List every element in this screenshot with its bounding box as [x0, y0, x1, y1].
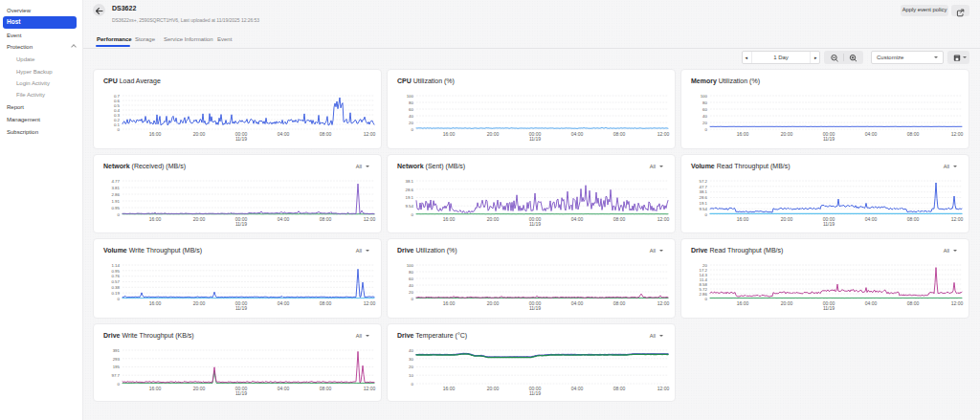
svg-text:40: 40 — [702, 114, 707, 119]
svg-text:11/19: 11/19 — [529, 136, 541, 142]
svg-text:0: 0 — [705, 127, 708, 132]
svg-text:100: 100 — [407, 263, 414, 268]
svg-text:4.77: 4.77 — [111, 179, 120, 184]
svg-text:04:00: 04:00 — [865, 300, 878, 306]
svg-text:20:00: 20:00 — [193, 386, 206, 391]
svg-text:80: 80 — [409, 270, 413, 275]
svg-text:20:00: 20:00 — [781, 216, 793, 222]
svg-text:0: 0 — [118, 127, 121, 132]
svg-text:12:00: 12:00 — [951, 216, 964, 222]
svg-text:0: 0 — [118, 212, 121, 217]
svg-text:11/19: 11/19 — [235, 390, 247, 396]
svg-text:12:00: 12:00 — [657, 300, 670, 306]
svg-text:11/19: 11/19 — [823, 221, 835, 227]
svg-text:12:00: 12:00 — [364, 131, 376, 137]
svg-text:08:00: 08:00 — [613, 216, 626, 222]
svg-text:20: 20 — [409, 365, 413, 369]
svg-text:12:00: 12:00 — [364, 386, 376, 391]
svg-text:20:00: 20:00 — [487, 131, 500, 137]
svg-text:12:00: 12:00 — [364, 216, 376, 222]
svg-text:08:00: 08:00 — [907, 216, 920, 222]
svg-text:38.1: 38.1 — [405, 179, 413, 184]
svg-text:57.2: 57.2 — [699, 179, 707, 184]
svg-text:20:00: 20:00 — [193, 216, 206, 222]
svg-text:40: 40 — [409, 348, 413, 353]
svg-text:0: 0 — [118, 382, 121, 387]
svg-text:12:00: 12:00 — [951, 131, 964, 137]
svg-text:1.14: 1.14 — [111, 263, 120, 268]
svg-text:20:00: 20:00 — [781, 300, 793, 306]
svg-text:0: 0 — [705, 297, 708, 301]
svg-text:9.54: 9.54 — [405, 204, 413, 209]
svg-text:16:00: 16:00 — [149, 386, 162, 391]
svg-text:16:00: 16:00 — [737, 131, 749, 137]
svg-text:19.1: 19.1 — [405, 195, 413, 200]
svg-text:47.7: 47.7 — [699, 185, 707, 189]
svg-text:04:00: 04:00 — [865, 131, 878, 137]
svg-text:0: 0 — [412, 382, 414, 387]
svg-text:04:00: 04:00 — [278, 386, 290, 391]
svg-text:0.38: 0.38 — [111, 285, 120, 290]
svg-text:08:00: 08:00 — [613, 386, 626, 391]
svg-text:0: 0 — [705, 212, 708, 217]
svg-text:20:00: 20:00 — [193, 300, 206, 306]
svg-text:28.6: 28.6 — [405, 188, 413, 192]
svg-text:38.1: 38.1 — [699, 189, 707, 194]
svg-text:20: 20 — [409, 121, 413, 125]
svg-text:10: 10 — [409, 373, 413, 378]
svg-text:11/19: 11/19 — [529, 221, 541, 227]
svg-text:60: 60 — [702, 107, 707, 112]
svg-text:08:00: 08:00 — [320, 300, 332, 306]
svg-text:20: 20 — [409, 290, 413, 295]
svg-text:16:00: 16:00 — [443, 131, 456, 137]
svg-text:08:00: 08:00 — [320, 386, 332, 391]
svg-text:3.81: 3.81 — [111, 186, 120, 190]
svg-text:60: 60 — [409, 107, 413, 112]
svg-text:80: 80 — [409, 100, 413, 105]
svg-text:40: 40 — [409, 114, 413, 119]
svg-text:08:00: 08:00 — [613, 131, 626, 137]
svg-text:08:00: 08:00 — [907, 300, 920, 306]
svg-text:11/19: 11/19 — [235, 221, 247, 227]
svg-text:195: 195 — [113, 365, 121, 369]
svg-text:0.76: 0.76 — [111, 274, 120, 278]
svg-text:16:00: 16:00 — [149, 131, 162, 137]
svg-text:293: 293 — [113, 357, 121, 362]
svg-text:11/19: 11/19 — [823, 305, 835, 311]
svg-text:04:00: 04:00 — [571, 386, 584, 391]
svg-text:11/19: 11/19 — [529, 390, 541, 396]
svg-text:30: 30 — [409, 357, 413, 362]
svg-text:16:00: 16:00 — [149, 216, 162, 222]
svg-text:16:00: 16:00 — [737, 216, 749, 222]
svg-text:20:00: 20:00 — [781, 131, 793, 137]
svg-text:20: 20 — [702, 121, 707, 125]
svg-text:40: 40 — [409, 283, 413, 288]
svg-text:60: 60 — [409, 276, 413, 281]
svg-text:04:00: 04:00 — [278, 300, 290, 306]
svg-text:97.7: 97.7 — [111, 373, 120, 378]
svg-text:0.19: 0.19 — [111, 291, 120, 296]
svg-text:04:00: 04:00 — [278, 216, 290, 222]
svg-text:04:00: 04:00 — [571, 131, 584, 137]
svg-text:08:00: 08:00 — [320, 216, 332, 222]
svg-text:16:00: 16:00 — [149, 300, 162, 306]
svg-text:9.54: 9.54 — [699, 207, 707, 211]
svg-text:08:00: 08:00 — [613, 300, 626, 306]
svg-text:0: 0 — [412, 127, 414, 132]
svg-text:20:00: 20:00 — [487, 216, 500, 222]
svg-text:16:00: 16:00 — [443, 386, 456, 391]
svg-text:11/19: 11/19 — [235, 136, 247, 142]
svg-text:12:00: 12:00 — [657, 386, 670, 391]
svg-text:16:00: 16:00 — [443, 300, 456, 306]
svg-text:0.57: 0.57 — [111, 279, 120, 284]
svg-text:04:00: 04:00 — [278, 131, 290, 137]
svg-text:08:00: 08:00 — [907, 131, 920, 137]
svg-text:80: 80 — [702, 100, 707, 105]
svg-text:11/19: 11/19 — [823, 136, 835, 142]
svg-text:19.1: 19.1 — [699, 201, 707, 206]
svg-text:20:00: 20:00 — [193, 131, 206, 137]
svg-text:0: 0 — [118, 297, 121, 301]
svg-text:1.91: 1.91 — [111, 199, 120, 204]
svg-text:20:00: 20:00 — [487, 300, 500, 306]
svg-text:2.86: 2.86 — [111, 192, 120, 197]
